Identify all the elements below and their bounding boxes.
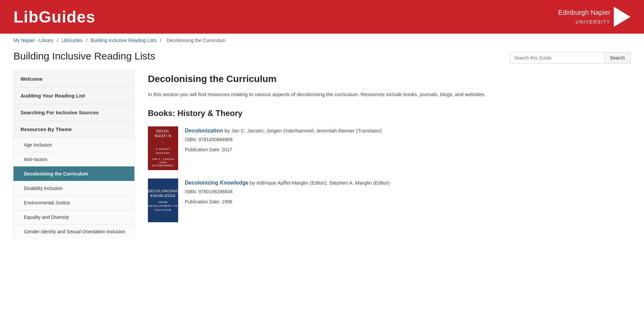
book-cover-2: DECOLONIZINGKNOWLEDGE From Development t… bbox=[148, 179, 178, 222]
book-author-1: by Jan C. Jansen; Jürgen Osterhammel; Je… bbox=[223, 128, 382, 133]
book-item: DECOLONIZINGKNOWLEDGE From Development t… bbox=[148, 179, 617, 222]
sidebar-item-auditing[interactable]: Auditing Your Reading List bbox=[13, 87, 134, 104]
logo-triangle-icon bbox=[614, 7, 631, 27]
page-title: Building Inclusive Reading Lists bbox=[13, 50, 155, 62]
book-pubdate-2: Publication Date: 1996 bbox=[185, 198, 617, 206]
book-author-2: by édérique Apffel-Marglin (Editor); Ste… bbox=[248, 180, 390, 186]
breadcrumb: My Napier - Library / LibGuides / Buildi… bbox=[0, 34, 644, 47]
breadcrumb-current: Decolonising the Curriculum bbox=[167, 38, 226, 43]
sidebar-item-searching[interactable]: Searching For Inclusive Sources bbox=[13, 104, 134, 121]
sidebar-section-resources: Resources By Theme bbox=[13, 121, 134, 137]
books-section-title: Books: History & Theory bbox=[148, 109, 617, 120]
book-isbn-1: ISBN: 9781400884889 bbox=[185, 136, 617, 144]
sidebar-item-age-inclusion[interactable]: Age Inclusion bbox=[13, 137, 134, 152]
site-title: LibGuides bbox=[13, 8, 95, 26]
sidebar-item-gender[interactable]: Gender Identity and Sexual Orientation I… bbox=[13, 224, 134, 239]
sidebar-item-disability[interactable]: Disability Inclusion bbox=[13, 181, 134, 195]
book-isbn-2: ISBN: 9780198288848 bbox=[185, 188, 617, 196]
sidebar-item-environmental[interactable]: Environmental Justice bbox=[13, 195, 134, 210]
book-info-1: Decolonization by Jan C. Jansen; Jürgen … bbox=[185, 126, 617, 154]
main-content: Decolonising the Curriculum In this sect… bbox=[134, 70, 631, 239]
sidebar-item-decolonising[interactable]: Decolonising the Curriculum bbox=[13, 166, 134, 181]
book-cover-1: DECOL NIZATI N ○ A SHORTHISTORY JAN C. J… bbox=[148, 126, 178, 170]
sidebar: Welcome Auditing Your Reading List Searc… bbox=[13, 70, 134, 239]
search-box: Search bbox=[510, 52, 631, 64]
book-cover-text-1: DECOL NIZATI N ○ A SHORTHISTORY JAN C. J… bbox=[150, 129, 176, 167]
university-subtitle: UNIVERSITY bbox=[575, 19, 610, 25]
main-layout: Welcome Auditing Your Reading List Searc… bbox=[0, 70, 644, 239]
book-pubdate-1: Publication Date: 2017 bbox=[185, 146, 617, 154]
sidebar-item-welcome[interactable]: Welcome bbox=[13, 70, 134, 87]
book-item: DECOL NIZATI N ○ A SHORTHISTORY JAN C. J… bbox=[148, 126, 617, 170]
breadcrumb-library-link[interactable]: My Napier - Library bbox=[13, 38, 53, 43]
sidebar-item-anti-racism[interactable]: Anti-racism bbox=[13, 152, 134, 166]
site-header: LibGuides Edinburgh Napier UNIVERSITY bbox=[0, 0, 644, 34]
search-button[interactable]: Search bbox=[604, 52, 630, 63]
page-header-area: Building Inclusive Reading Lists Search bbox=[0, 47, 644, 70]
book-title-link-2[interactable]: Decolonizing Knowledge bbox=[185, 180, 248, 186]
book-info-2: Decolonizing Knowledge by édérique Apffe… bbox=[185, 179, 617, 206]
book-cover-text-2: DECOLONIZINGKNOWLEDGE From Development t… bbox=[148, 189, 178, 212]
sidebar-item-equality[interactable]: Equality and Diversity bbox=[13, 210, 134, 224]
logo-text: Edinburgh Napier UNIVERSITY bbox=[558, 8, 610, 26]
search-input[interactable] bbox=[510, 52, 604, 63]
breadcrumb-libguides-link[interactable]: LibGuides bbox=[62, 38, 83, 43]
breadcrumb-guide-link[interactable]: Building Inclusive Reading Lists bbox=[90, 38, 157, 43]
university-name: Edinburgh Napier bbox=[558, 9, 610, 16]
content-title: Decolonising the Curriculum bbox=[148, 74, 617, 84]
book-title-link-1[interactable]: Decolonization bbox=[185, 128, 223, 133]
university-logo: Edinburgh Napier UNIVERSITY bbox=[558, 7, 631, 27]
content-description: In this section you will find resources … bbox=[148, 90, 617, 99]
